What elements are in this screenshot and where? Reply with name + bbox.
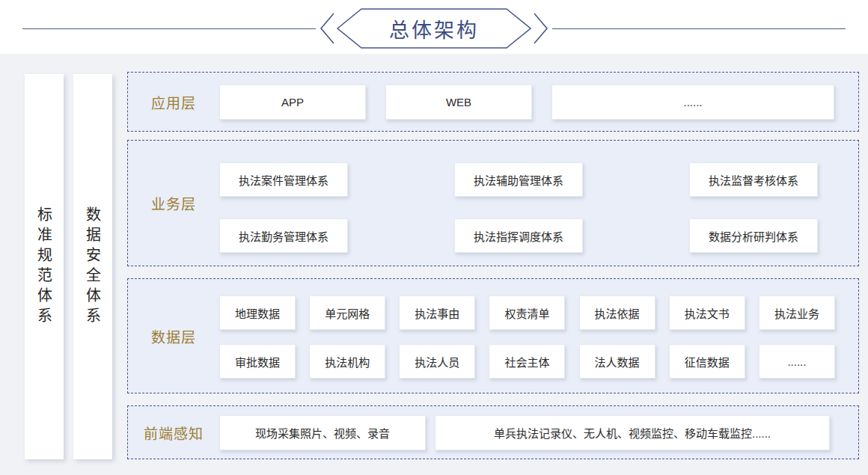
page-title: 总体架构 [337,7,531,49]
arch-box-command-dispatch: 执法指挥调度体系 [454,218,583,253]
arch-box-enforcement-business: 执法业务 [759,295,835,330]
data-row-2: 审批数据 执法机构 执法人员 社会主体 法人数据 征信数据 ...... [219,344,835,379]
layer-data: 数据层 地理数据 单元网格 执法事由 权责清单 执法依据 执法文书 执法业务 审… [127,278,859,393]
arch-box-case-management: 执法案件管理体系 [219,162,348,197]
pillar-data-security-label: 数据安全体系 [82,206,104,328]
arch-box-more-apps: ...... [551,85,834,120]
page-header: 总体架构 [0,3,868,54]
arch-box-web: WEB [385,85,532,120]
header-left-line [22,28,316,29]
layers-column: 应用层 APP WEB ...... 业务层 执法案件管理体系 执法辅助管理体系… [127,72,859,460]
data-row-1: 地理数据 单元网格 执法事由 权责清单 执法依据 执法文书 执法业务 [219,295,835,330]
layer-business-label: 业务层 [128,141,219,266]
arch-box-app: APP [219,85,366,120]
arch-box-enforcement-documents: 执法文书 [669,295,745,330]
arch-box-auxiliary-management: 执法辅助管理体系 [454,162,583,197]
layer-application: 应用层 APP WEB ...... [127,72,859,132]
arch-box-duty-management: 执法勤务管理体系 [219,218,348,253]
arch-box-social-subject: 社会主体 [489,344,565,379]
arch-box-geo-data: 地理数据 [219,295,296,330]
arch-box-legal-person-data: 法人数据 [579,344,655,379]
arch-box-more-data: ...... [759,344,835,379]
arch-box-scene-capture: 现场采集照片、视频、录音 [219,415,426,450]
title-hexagon: 总体架构 [337,7,531,49]
arch-box-supervision-assessment: 执法监督考核体系 [689,162,818,197]
arch-box-unit-grid: 单元网格 [309,295,385,330]
arch-box-data-analysis: 数据分析研判体系 [689,218,818,253]
chevron-left-icon [317,9,335,48]
arch-box-recorder-drone-monitoring: 单兵执法记录仪、无人机、视频监控、移动车载监控...... [435,415,830,450]
layer-frontend-sensing: 前端感知 现场采集照片、视频、录音 单兵执法记录仪、无人机、视频监控、移动车载监… [127,405,859,459]
pillar-standards-label: 标准规范体系 [34,206,55,328]
layer-application-label: 应用层 [128,73,219,131]
layer-data-label: 数据层 [128,279,219,393]
layer-frontend-sensing-label: 前端感知 [128,406,219,459]
pillar-standards: 标准规范体系 [25,74,64,459]
business-row-2: 执法勤务管理体系 执法指挥调度体系 数据分析研判体系 [219,218,818,253]
header-right-line [552,28,846,29]
layer-business: 业务层 执法案件管理体系 执法辅助管理体系 执法监督考核体系 执法勤务管理体系 … [127,140,859,266]
arch-box-credit-data: 征信数据 [669,344,745,379]
arch-box-enforcement-personnel: 执法人员 [399,344,475,379]
arch-box-enforcement-cause: 执法事由 [399,295,475,330]
architecture-diagram: 标准规范体系 数据安全体系 应用层 APP WEB ...... 业务层 执法案… [0,54,868,475]
side-pillars: 标准规范体系 数据安全体系 [25,72,112,460]
arch-box-approval-data: 审批数据 [219,344,296,379]
arch-box-enforcement-basis: 执法依据 [579,295,655,330]
arch-box-responsibility-list: 权责清单 [489,295,565,330]
arch-box-enforcement-agency: 执法机构 [309,344,385,379]
business-row-1: 执法案件管理体系 执法辅助管理体系 执法监督考核体系 [219,162,818,197]
sensing-row: 现场采集照片、视频、录音 单兵执法记录仪、无人机、视频监控、移动车载监控....… [219,415,858,450]
application-row: APP WEB ...... [219,85,858,120]
chevron-right-icon [533,9,551,48]
pillar-data-security: 数据安全体系 [73,74,112,459]
